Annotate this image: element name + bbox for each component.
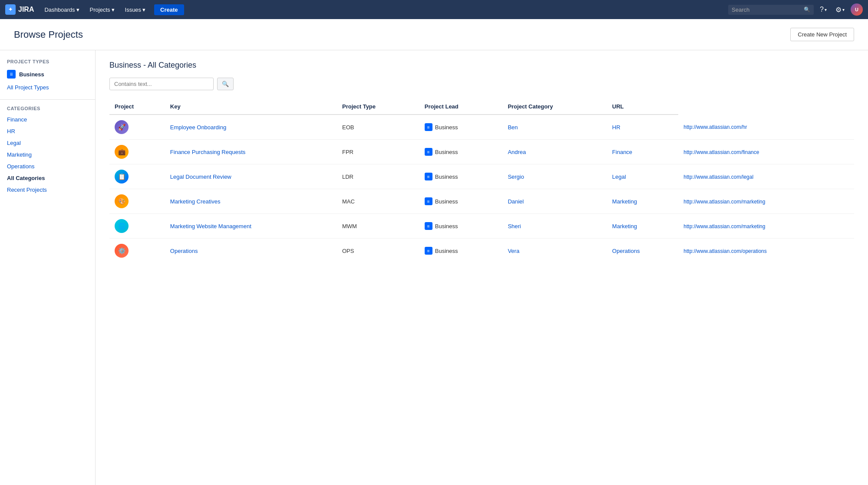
project-url-cell: http://www.atlassian.com/marketing	[678, 214, 854, 239]
table-row: 💼 Finance Purchasing Requests FPR ≡ Busi…	[109, 140, 854, 164]
project-type-cell: ≡ Business	[419, 140, 503, 164]
project-name-link[interactable]: Legal Document Review	[170, 174, 231, 180]
sidebar-divider	[0, 99, 95, 100]
project-icon-cell: 🎨	[109, 189, 165, 214]
project-lead-link[interactable]: Sheri	[508, 223, 521, 229]
project-name-cell: Marketing Creatives	[165, 189, 337, 214]
sidebar-item-hr[interactable]: HR	[0, 125, 95, 137]
search-icon: 🔍	[804, 7, 810, 13]
business-type-icon: ≡	[425, 222, 432, 230]
project-url-cell: http://www.atlassian.com/finance	[678, 140, 854, 164]
sidebar-item-operations[interactable]: Operations	[0, 161, 95, 172]
project-category-link[interactable]: Marketing	[612, 223, 637, 229]
project-lead-link[interactable]: Sergio	[508, 174, 524, 180]
project-lead-link[interactable]: Andrea	[508, 149, 526, 155]
project-lead-link[interactable]: Daniel	[508, 198, 524, 205]
sidebar-item-recent-projects[interactable]: Recent Projects	[0, 184, 95, 196]
nav-projects[interactable]: Projects ▾	[86, 5, 118, 15]
project-name-link[interactable]: Employee Onboarding	[170, 124, 226, 131]
chevron-down-icon: ▾	[842, 7, 845, 12]
project-url-cell: http://www.atlassian.com/hr	[678, 115, 854, 140]
content-area: Business - All Categories 🔍 Project Key …	[96, 50, 868, 485]
col-project-label: Project	[109, 99, 165, 115]
logo[interactable]: ✦ JIRA	[5, 4, 34, 15]
table-row: 📋 Legal Document Review LDR ≡ Business S…	[109, 164, 854, 189]
project-category-link[interactable]: Legal	[612, 174, 626, 180]
navbar-right: 🔍 ? ▾ ⚙ ▾ U	[728, 3, 863, 16]
business-type-icon: ≡	[425, 247, 432, 255]
page-header: Browse Projects Create New Project	[0, 19, 868, 50]
nav-issues[interactable]: Issues ▾	[122, 5, 149, 15]
project-category-cell: Finance	[607, 140, 679, 164]
project-category-cell: Marketing	[607, 214, 679, 239]
table-row: ⚙️ Operations OPS ≡ Business Vera Operat…	[109, 239, 854, 263]
filter-input[interactable]	[109, 78, 214, 90]
project-type-cell: ≡ Business	[419, 214, 503, 239]
business-icon: ≡	[7, 70, 16, 79]
help-button[interactable]: ? ▾	[817, 4, 829, 15]
project-url-link[interactable]: http://www.atlassian.com/operations	[683, 248, 766, 254]
project-name-link[interactable]: Marketing Creatives	[170, 198, 221, 205]
project-avatar: 📋	[115, 170, 129, 184]
search-box[interactable]: 🔍	[728, 5, 814, 15]
content-section-title: Business - All Categories	[109, 61, 854, 70]
sidebar-item-business[interactable]: ≡ Business	[0, 67, 95, 82]
col-key: Key	[165, 99, 337, 115]
project-category-link[interactable]: Finance	[612, 149, 632, 155]
project-url-link[interactable]: http://www.atlassian.com/marketing	[683, 199, 765, 205]
sidebar-item-finance[interactable]: Finance	[0, 114, 95, 125]
create-new-project-button[interactable]: Create New Project	[790, 28, 854, 41]
project-name-cell: Employee Onboarding	[165, 115, 337, 140]
project-category-link[interactable]: HR	[612, 124, 620, 131]
sidebar-item-marketing[interactable]: Marketing	[0, 149, 95, 161]
project-key-cell: FPR	[337, 140, 419, 164]
projects-table: Project Key Project Type Project Lead Pr…	[109, 99, 854, 263]
project-url-link[interactable]: http://www.atlassian.com/legal	[683, 174, 753, 180]
project-lead-cell: Sergio	[502, 164, 607, 189]
project-name-cell: Operations	[165, 239, 337, 263]
project-category-link[interactable]: Operations	[612, 248, 640, 254]
chevron-down-icon: ▾	[112, 7, 115, 13]
project-name-link[interactable]: Operations	[170, 248, 198, 254]
categories-label: CATEGORIES	[0, 106, 95, 114]
sidebar-all-project-types[interactable]: All Project Types	[0, 82, 95, 93]
project-avatar: 🌐	[115, 219, 129, 233]
project-category-cell: Operations	[607, 239, 679, 263]
search-input[interactable]	[732, 7, 801, 13]
filter-search-button[interactable]: 🔍	[217, 78, 234, 90]
filter-row: 🔍	[109, 78, 854, 90]
settings-button[interactable]: ⚙ ▾	[833, 4, 847, 16]
project-url-cell: http://www.atlassian.com/operations	[678, 239, 854, 263]
project-name-cell: Finance Purchasing Requests	[165, 140, 337, 164]
project-type-label: Business	[435, 149, 458, 155]
create-button[interactable]: Create	[154, 4, 184, 15]
business-type-icon: ≡	[425, 197, 432, 205]
project-lead-cell: Ben	[502, 115, 607, 140]
project-url-cell: http://www.atlassian.com/legal	[678, 164, 854, 189]
business-type-icon: ≡	[425, 123, 432, 131]
project-types-label: PROJECT TYPES	[0, 59, 95, 67]
project-url-link[interactable]: http://www.atlassian.com/finance	[683, 149, 759, 155]
project-lead-link[interactable]: Vera	[508, 248, 519, 254]
sidebar-item-legal[interactable]: Legal	[0, 137, 95, 149]
project-name-link[interactable]: Finance Purchasing Requests	[170, 149, 245, 155]
chevron-down-icon: ▾	[142, 7, 145, 13]
jira-logo-icon: ✦	[5, 4, 16, 15]
page-title: Browse Projects	[14, 29, 83, 40]
nav-dashboards[interactable]: Dashboards ▾	[41, 5, 83, 15]
user-avatar[interactable]: U	[851, 3, 863, 16]
project-lead-link[interactable]: Ben	[508, 124, 518, 131]
chevron-down-icon: ▾	[76, 7, 79, 13]
project-url-link[interactable]: http://www.atlassian.com/hr	[683, 124, 747, 130]
project-url-link[interactable]: http://www.atlassian.com/marketing	[683, 223, 765, 229]
project-type-label: Business	[435, 248, 458, 254]
table-row: 🌐 Marketing Website Management MWM ≡ Bus…	[109, 214, 854, 239]
sidebar: PROJECT TYPES ≡ Business All Project Typ…	[0, 50, 96, 485]
project-lead-cell: Daniel	[502, 189, 607, 214]
business-type-icon: ≡	[425, 148, 432, 156]
project-name-link[interactable]: Marketing Website Management	[170, 223, 251, 229]
col-category: Project Category	[502, 99, 607, 115]
col-type: Project Type	[337, 99, 419, 115]
sidebar-item-all-categories[interactable]: All Categories	[0, 172, 95, 184]
project-category-link[interactable]: Marketing	[612, 198, 637, 205]
